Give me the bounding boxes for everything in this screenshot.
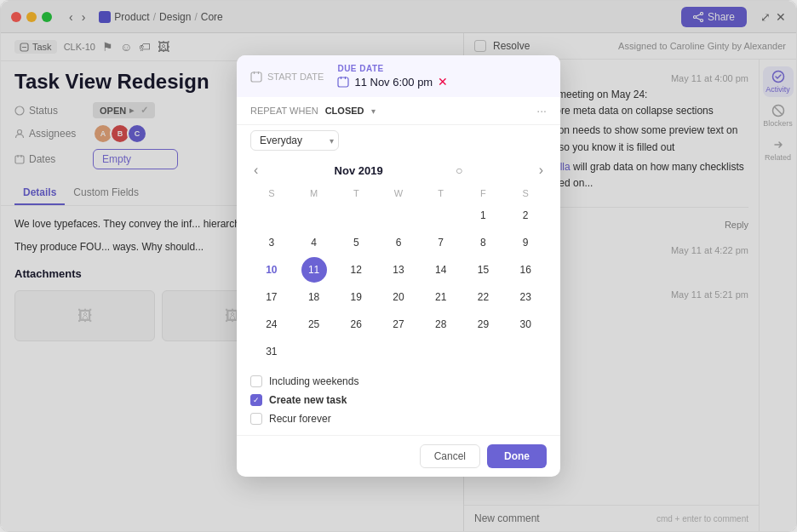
- cal-empty-2: [301, 203, 327, 228]
- cal-empty-1: [259, 203, 284, 228]
- done-button[interactable]: Done: [487, 444, 547, 468]
- cal-day-4[interactable]: 4: [301, 230, 327, 255]
- cal-empty-3: [343, 203, 369, 228]
- app-window: ‹ › Product / Design / Core Share ⤢ ✕: [0, 0, 797, 532]
- cal-day-6[interactable]: 6: [386, 230, 411, 255]
- svg-rect-18: [338, 77, 348, 87]
- calendar-next-button[interactable]: ›: [536, 163, 547, 178]
- repeat-when-label: REPEAT WHEN: [250, 106, 318, 116]
- dow-t2: T: [420, 185, 462, 202]
- cal-day-23[interactable]: 23: [513, 284, 538, 310]
- cal-day-14[interactable]: 14: [428, 257, 454, 283]
- due-date-text: 11 Nov 6:00 pm: [354, 76, 433, 89]
- repeat-chevron-icon[interactable]: ▾: [371, 106, 376, 116]
- date-modal: START DATE DUE DATE 11 Nov 6:00 pm ✕ REP…: [237, 55, 560, 477]
- cal-day-30[interactable]: 30: [513, 312, 538, 337]
- cal-day-18[interactable]: 18: [301, 284, 327, 310]
- due-date-value: 11 Nov 6:00 pm ✕: [337, 75, 448, 89]
- cal-day-2[interactable]: 2: [513, 203, 538, 228]
- dow-t1: T: [335, 185, 377, 202]
- cal-day-21[interactable]: 21: [428, 284, 454, 310]
- cal-day-24[interactable]: 24: [259, 312, 284, 337]
- dow-m: M: [293, 185, 335, 202]
- cal-day-22[interactable]: 22: [470, 284, 496, 310]
- dow-f: F: [462, 185, 505, 202]
- calendar-prev-button[interactable]: ‹: [250, 163, 261, 178]
- cal-day-12[interactable]: 12: [343, 257, 369, 283]
- checkbox-weekends[interactable]: [250, 375, 262, 387]
- cal-day-27[interactable]: 27: [386, 312, 411, 337]
- cancel-button[interactable]: Cancel: [420, 444, 480, 468]
- cal-empty-5: [428, 203, 454, 228]
- cal-day-19[interactable]: 19: [343, 284, 369, 310]
- svg-rect-15: [251, 72, 261, 82]
- checkbox-recur-row: Recur forever: [250, 409, 547, 428]
- cal-day-28[interactable]: 28: [428, 312, 454, 337]
- cal-day-5[interactable]: 5: [343, 230, 369, 255]
- modal-date-header: START DATE DUE DATE 11 Nov 6:00 pm ✕: [237, 55, 560, 97]
- calendar-month: Nov 2019: [335, 164, 383, 177]
- due-date-label: DUE DATE: [337, 64, 448, 73]
- start-date-section: START DATE: [250, 71, 324, 83]
- cal-day-25[interactable]: 25: [301, 312, 327, 337]
- modal-overlay[interactable]: START DATE DUE DATE 11 Nov 6:00 pm ✕ REP…: [1, 1, 796, 531]
- checkbox-new-task-label: Create new task: [269, 394, 347, 406]
- calendar-grid: S M T W T F S 1 2 3 4: [250, 185, 547, 365]
- dow-s2: S: [504, 185, 547, 202]
- modal-checkboxes: Including weekends Create new task Recur…: [237, 369, 560, 435]
- checkbox-recur[interactable]: [250, 413, 262, 425]
- checkbox-new-task[interactable]: [250, 394, 262, 406]
- cal-day-9[interactable]: 9: [513, 230, 538, 255]
- start-date-label: START DATE: [267, 72, 324, 82]
- cal-day-26[interactable]: 26: [343, 312, 369, 337]
- cal-day-1[interactable]: 1: [470, 203, 496, 228]
- cal-day-31[interactable]: 31: [259, 339, 284, 364]
- calendar-today-icon[interactable]: ○: [456, 163, 462, 177]
- cal-day-11[interactable]: 11: [301, 257, 327, 283]
- cal-day-3[interactable]: 3: [259, 230, 284, 255]
- cal-empty-4: [386, 203, 411, 228]
- cal-day-8[interactable]: 8: [470, 230, 496, 255]
- cal-day-20[interactable]: 20: [386, 284, 411, 310]
- due-calendar-icon: [337, 76, 349, 88]
- cal-day-7[interactable]: 7: [428, 230, 454, 255]
- checkbox-new-task-row: Create new task: [250, 391, 547, 409]
- checkbox-weekends-label: Including weekends: [269, 375, 358, 387]
- cal-day-16[interactable]: 16: [513, 257, 538, 283]
- repeat-type: CLOSED: [325, 106, 364, 116]
- calendar-icon: [250, 71, 262, 83]
- modal-footer: Cancel Done: [237, 435, 560, 477]
- repeat-more-icon[interactable]: ···: [536, 104, 547, 117]
- cal-day-17[interactable]: 17: [259, 284, 284, 310]
- dow-w: W: [377, 185, 420, 202]
- checkbox-weekends-row: Including weekends: [250, 372, 547, 391]
- cal-day-10[interactable]: 10: [259, 257, 284, 283]
- dow-s1: S: [250, 185, 293, 202]
- due-date-clear[interactable]: ✕: [438, 75, 448, 89]
- frequency-select[interactable]: Everyday Every week Every month: [250, 130, 339, 151]
- modal-select-row: Everyday Every week Every month: [237, 125, 560, 156]
- frequency-select-wrapper: Everyday Every week Every month: [250, 130, 339, 151]
- calendar-container: ‹ Nov 2019 ○ › S M T W T F S: [237, 156, 560, 369]
- checkbox-recur-label: Recur forever: [269, 413, 331, 425]
- cal-day-29[interactable]: 29: [470, 312, 496, 337]
- modal-repeat-row: REPEAT WHEN CLOSED ▾ ···: [237, 97, 560, 125]
- calendar-nav: ‹ Nov 2019 ○ ›: [250, 163, 547, 178]
- due-date-section: DUE DATE 11 Nov 6:00 pm ✕: [337, 64, 448, 89]
- cal-day-15[interactable]: 15: [470, 257, 496, 283]
- cal-day-13[interactable]: 13: [386, 257, 411, 283]
